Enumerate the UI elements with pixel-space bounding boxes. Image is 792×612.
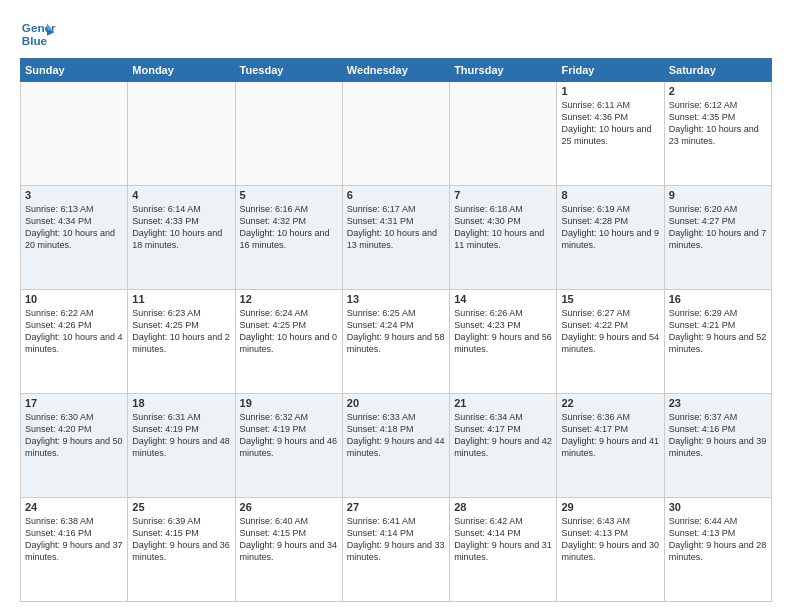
day-number: 8 [561, 189, 659, 201]
day-detail: Sunrise: 6:41 AM Sunset: 4:14 PM Dayligh… [347, 515, 445, 564]
day-detail: Sunrise: 6:24 AM Sunset: 4:25 PM Dayligh… [240, 307, 338, 356]
calendar-week-1: 1Sunrise: 6:11 AM Sunset: 4:36 PM Daylig… [21, 82, 772, 186]
calendar-cell: 29Sunrise: 6:43 AM Sunset: 4:13 PM Dayli… [557, 498, 664, 602]
calendar-cell: 7Sunrise: 6:18 AM Sunset: 4:30 PM Daylig… [450, 186, 557, 290]
day-detail: Sunrise: 6:25 AM Sunset: 4:24 PM Dayligh… [347, 307, 445, 356]
logo: General Blue [20, 16, 56, 52]
day-number: 28 [454, 501, 552, 513]
day-detail: Sunrise: 6:38 AM Sunset: 4:16 PM Dayligh… [25, 515, 123, 564]
calendar-cell: 1Sunrise: 6:11 AM Sunset: 4:36 PM Daylig… [557, 82, 664, 186]
calendar-cell: 16Sunrise: 6:29 AM Sunset: 4:21 PM Dayli… [664, 290, 771, 394]
day-detail: Sunrise: 6:29 AM Sunset: 4:21 PM Dayligh… [669, 307, 767, 356]
weekday-header-tuesday: Tuesday [235, 59, 342, 82]
calendar-cell: 6Sunrise: 6:17 AM Sunset: 4:31 PM Daylig… [342, 186, 449, 290]
weekday-header-thursday: Thursday [450, 59, 557, 82]
calendar-cell: 18Sunrise: 6:31 AM Sunset: 4:19 PM Dayli… [128, 394, 235, 498]
day-detail: Sunrise: 6:19 AM Sunset: 4:28 PM Dayligh… [561, 203, 659, 252]
day-number: 29 [561, 501, 659, 513]
calendar-cell: 23Sunrise: 6:37 AM Sunset: 4:16 PM Dayli… [664, 394, 771, 498]
calendar-cell: 24Sunrise: 6:38 AM Sunset: 4:16 PM Dayli… [21, 498, 128, 602]
day-detail: Sunrise: 6:17 AM Sunset: 4:31 PM Dayligh… [347, 203, 445, 252]
calendar-week-4: 17Sunrise: 6:30 AM Sunset: 4:20 PM Dayli… [21, 394, 772, 498]
page: General Blue SundayMondayTuesdayWednesda… [0, 0, 792, 612]
calendar-body: 1Sunrise: 6:11 AM Sunset: 4:36 PM Daylig… [21, 82, 772, 602]
day-detail: Sunrise: 6:13 AM Sunset: 4:34 PM Dayligh… [25, 203, 123, 252]
day-number: 13 [347, 293, 445, 305]
day-number: 24 [25, 501, 123, 513]
calendar-cell [235, 82, 342, 186]
weekday-header-row: SundayMondayTuesdayWednesdayThursdayFrid… [21, 59, 772, 82]
calendar-cell: 4Sunrise: 6:14 AM Sunset: 4:33 PM Daylig… [128, 186, 235, 290]
day-number: 21 [454, 397, 552, 409]
day-number: 23 [669, 397, 767, 409]
day-number: 5 [240, 189, 338, 201]
day-number: 3 [25, 189, 123, 201]
calendar-cell: 27Sunrise: 6:41 AM Sunset: 4:14 PM Dayli… [342, 498, 449, 602]
day-detail: Sunrise: 6:12 AM Sunset: 4:35 PM Dayligh… [669, 99, 767, 148]
day-number: 7 [454, 189, 552, 201]
day-detail: Sunrise: 6:36 AM Sunset: 4:17 PM Dayligh… [561, 411, 659, 460]
day-number: 30 [669, 501, 767, 513]
day-detail: Sunrise: 6:44 AM Sunset: 4:13 PM Dayligh… [669, 515, 767, 564]
calendar-cell: 21Sunrise: 6:34 AM Sunset: 4:17 PM Dayli… [450, 394, 557, 498]
calendar-cell: 20Sunrise: 6:33 AM Sunset: 4:18 PM Dayli… [342, 394, 449, 498]
day-number: 1 [561, 85, 659, 97]
day-detail: Sunrise: 6:26 AM Sunset: 4:23 PM Dayligh… [454, 307, 552, 356]
calendar-cell: 11Sunrise: 6:23 AM Sunset: 4:25 PM Dayli… [128, 290, 235, 394]
calendar-cell: 22Sunrise: 6:36 AM Sunset: 4:17 PM Dayli… [557, 394, 664, 498]
day-number: 17 [25, 397, 123, 409]
calendar-cell: 26Sunrise: 6:40 AM Sunset: 4:15 PM Dayli… [235, 498, 342, 602]
calendar-cell: 25Sunrise: 6:39 AM Sunset: 4:15 PM Dayli… [128, 498, 235, 602]
day-number: 16 [669, 293, 767, 305]
day-number: 15 [561, 293, 659, 305]
day-number: 10 [25, 293, 123, 305]
calendar-cell: 3Sunrise: 6:13 AM Sunset: 4:34 PM Daylig… [21, 186, 128, 290]
calendar-table: SundayMondayTuesdayWednesdayThursdayFrid… [20, 58, 772, 602]
day-detail: Sunrise: 6:27 AM Sunset: 4:22 PM Dayligh… [561, 307, 659, 356]
calendar-cell: 17Sunrise: 6:30 AM Sunset: 4:20 PM Dayli… [21, 394, 128, 498]
day-detail: Sunrise: 6:31 AM Sunset: 4:19 PM Dayligh… [132, 411, 230, 460]
day-number: 18 [132, 397, 230, 409]
calendar-cell: 5Sunrise: 6:16 AM Sunset: 4:32 PM Daylig… [235, 186, 342, 290]
calendar-cell: 14Sunrise: 6:26 AM Sunset: 4:23 PM Dayli… [450, 290, 557, 394]
day-detail: Sunrise: 6:18 AM Sunset: 4:30 PM Dayligh… [454, 203, 552, 252]
day-number: 20 [347, 397, 445, 409]
calendar-cell: 28Sunrise: 6:42 AM Sunset: 4:14 PM Dayli… [450, 498, 557, 602]
day-number: 14 [454, 293, 552, 305]
day-detail: Sunrise: 6:43 AM Sunset: 4:13 PM Dayligh… [561, 515, 659, 564]
weekday-header-sunday: Sunday [21, 59, 128, 82]
day-detail: Sunrise: 6:34 AM Sunset: 4:17 PM Dayligh… [454, 411, 552, 460]
calendar-cell: 13Sunrise: 6:25 AM Sunset: 4:24 PM Dayli… [342, 290, 449, 394]
calendar-cell: 30Sunrise: 6:44 AM Sunset: 4:13 PM Dayli… [664, 498, 771, 602]
day-detail: Sunrise: 6:39 AM Sunset: 4:15 PM Dayligh… [132, 515, 230, 564]
calendar-cell: 9Sunrise: 6:20 AM Sunset: 4:27 PM Daylig… [664, 186, 771, 290]
weekday-header-saturday: Saturday [664, 59, 771, 82]
calendar-header: SundayMondayTuesdayWednesdayThursdayFrid… [21, 59, 772, 82]
day-detail: Sunrise: 6:23 AM Sunset: 4:25 PM Dayligh… [132, 307, 230, 356]
day-number: 11 [132, 293, 230, 305]
calendar-cell: 12Sunrise: 6:24 AM Sunset: 4:25 PM Dayli… [235, 290, 342, 394]
day-detail: Sunrise: 6:30 AM Sunset: 4:20 PM Dayligh… [25, 411, 123, 460]
day-detail: Sunrise: 6:42 AM Sunset: 4:14 PM Dayligh… [454, 515, 552, 564]
calendar-cell [21, 82, 128, 186]
calendar-cell [128, 82, 235, 186]
day-number: 2 [669, 85, 767, 97]
day-number: 12 [240, 293, 338, 305]
day-number: 6 [347, 189, 445, 201]
header: General Blue [20, 16, 772, 52]
day-number: 22 [561, 397, 659, 409]
weekday-header-monday: Monday [128, 59, 235, 82]
day-number: 9 [669, 189, 767, 201]
calendar-cell [450, 82, 557, 186]
calendar-cell: 19Sunrise: 6:32 AM Sunset: 4:19 PM Dayli… [235, 394, 342, 498]
calendar-cell: 15Sunrise: 6:27 AM Sunset: 4:22 PM Dayli… [557, 290, 664, 394]
day-number: 19 [240, 397, 338, 409]
calendar-week-2: 3Sunrise: 6:13 AM Sunset: 4:34 PM Daylig… [21, 186, 772, 290]
day-detail: Sunrise: 6:16 AM Sunset: 4:32 PM Dayligh… [240, 203, 338, 252]
day-number: 25 [132, 501, 230, 513]
weekday-header-wednesday: Wednesday [342, 59, 449, 82]
day-detail: Sunrise: 6:32 AM Sunset: 4:19 PM Dayligh… [240, 411, 338, 460]
day-detail: Sunrise: 6:11 AM Sunset: 4:36 PM Dayligh… [561, 99, 659, 148]
day-detail: Sunrise: 6:33 AM Sunset: 4:18 PM Dayligh… [347, 411, 445, 460]
calendar-cell [342, 82, 449, 186]
